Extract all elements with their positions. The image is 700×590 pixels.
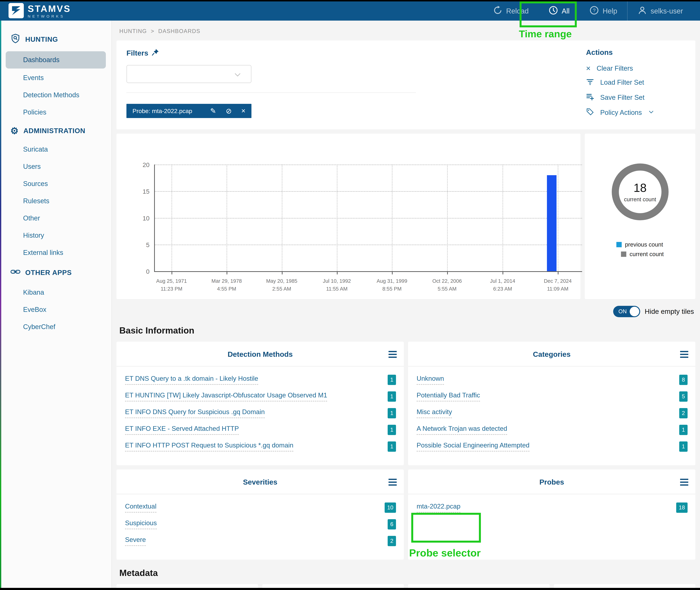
- category-link[interactable]: Unknown: [417, 375, 444, 385]
- sidebar-edge-stripe: [0, 21, 1, 590]
- probe-link[interactable]: mta-2022.pcap: [417, 503, 460, 513]
- filter-select[interactable]: [126, 65, 251, 83]
- user-menu[interactable]: selks-user: [627, 1, 693, 21]
- policy-actions-label: Policy Actions: [600, 109, 642, 116]
- card-title: Severities: [116, 478, 404, 486]
- help-label: Help: [603, 7, 617, 15]
- legend-swatch-blue: [616, 242, 622, 247]
- sidebar-section-label: OTHER APPS: [25, 269, 72, 277]
- topbar: STAMVS NETWORKS Reload All ? Help: [0, 1, 700, 21]
- x-tick-label: Jul 10, 199211:55 AM: [323, 277, 351, 293]
- menu-icon[interactable]: [388, 351, 397, 360]
- count-badge: 1: [388, 441, 396, 452]
- category-link[interactable]: Potentially Bad Traffic: [417, 392, 480, 401]
- list-plus-icon: [586, 93, 594, 102]
- brand-logo[interactable]: STAMVS NETWORKS: [8, 3, 71, 19]
- sidebar-item-history[interactable]: History: [0, 227, 111, 244]
- sidebar-section-label: ADMINISTRATION: [23, 127, 85, 135]
- stamus-logo-icon: [8, 3, 24, 19]
- actions-title: Actions: [586, 48, 678, 57]
- breadcrumb-dashboards[interactable]: DASHBOARDS: [158, 28, 200, 34]
- sidebar-item-policies[interactable]: Policies: [0, 104, 111, 121]
- count-ring: 18 current count: [612, 164, 669, 220]
- breadcrumb-separator: >: [151, 28, 154, 34]
- filters-title-label: Filters: [126, 49, 148, 57]
- y-tick-15: 15: [132, 188, 150, 195]
- tag-icon: [586, 108, 594, 117]
- severity-link[interactable]: Contextual: [125, 503, 157, 513]
- count-badge: 1: [679, 441, 688, 452]
- chevron-down-icon: [648, 108, 654, 117]
- sidebar-item-rulesets[interactable]: Rulesets: [0, 192, 111, 210]
- chart-bar-dec-7-2024[interactable]: [547, 175, 556, 271]
- timeline-chart-plot: 20 15 10 5 0 Aug 25, 197111:23 PM Mar 29…: [154, 165, 582, 272]
- sidebar-item-other[interactable]: Other: [0, 210, 111, 227]
- sidebar-item-cyberchef[interactable]: CyberChef: [0, 318, 111, 335]
- sidebar-item-sources[interactable]: Sources: [0, 175, 111, 192]
- category-link[interactable]: Misc activity: [417, 408, 452, 418]
- table-row: Potentially Bad Traffic5: [417, 391, 688, 402]
- basic-information-title: Basic Information: [119, 325, 695, 336]
- load-filter-set-button[interactable]: Load Filter Set: [586, 78, 678, 87]
- menu-icon[interactable]: [680, 479, 688, 487]
- detection-method-link[interactable]: ET INFO HTTP POST Request to Suspicious …: [125, 441, 293, 452]
- severity-link[interactable]: Severe: [125, 536, 146, 546]
- sidebar-section-hunting: HUNTING: [0, 28, 111, 51]
- table-row: Possible Social Engineering Attempted1: [417, 441, 688, 452]
- user-icon: [637, 5, 647, 17]
- negate-icon[interactable]: ⊘: [226, 107, 232, 115]
- x-tick-label: May 20, 19852:55 AM: [266, 277, 297, 293]
- pin-icon[interactable]: [152, 48, 159, 58]
- menu-icon[interactable]: [388, 479, 397, 487]
- detection-method-link[interactable]: ET DNS Query to a .tk domain - Likely Ho…: [125, 375, 258, 385]
- sidebar-item-dashboards[interactable]: Dashboards: [6, 51, 106, 69]
- policy-actions-button[interactable]: Policy Actions: [586, 108, 678, 117]
- sidebar-item-kibana[interactable]: Kibana: [0, 284, 111, 301]
- detection-method-link[interactable]: ET HUNTING [TW] Likely Javascript-Obfusc…: [125, 392, 327, 401]
- table-row: mta-2022.pcap18: [417, 502, 688, 513]
- menu-icon[interactable]: [680, 351, 688, 360]
- y-tick-0: 0: [132, 268, 150, 275]
- annotation-probe-selector-box: [411, 513, 481, 543]
- sidebar-item-evebox[interactable]: EveBox: [0, 301, 111, 318]
- sidebar: HUNTING Dashboards Events Detection Meth…: [0, 21, 112, 590]
- legend-current-count[interactable]: current count: [621, 251, 664, 258]
- breadcrumb-hunting[interactable]: HUNTING: [119, 28, 147, 34]
- annotation-time-range-box: [520, 1, 577, 27]
- table-row: Severe2: [125, 536, 396, 546]
- clear-filters-button[interactable]: × Clear Filters: [586, 65, 678, 72]
- help-icon: ?: [589, 5, 599, 17]
- card-title: Categories: [408, 350, 695, 359]
- help-button[interactable]: ? Help: [580, 1, 627, 21]
- count-badge: 5: [679, 391, 688, 402]
- legend-previous-count[interactable]: previous count: [616, 241, 664, 248]
- category-link[interactable]: Possible Social Engineering Attempted: [417, 441, 530, 452]
- brand-title: STAMVS: [28, 4, 71, 13]
- sidebar-item-external-links[interactable]: External links: [0, 244, 111, 261]
- sidebar-item-suricata[interactable]: Suricata: [0, 141, 111, 158]
- gear-icon: ⚙: [10, 126, 19, 135]
- x-tick-label: Aug 31, 19998:55 PM: [377, 277, 407, 293]
- breadcrumb: HUNTING > DASHBOARDS: [119, 28, 695, 34]
- category-link[interactable]: A Network Trojan was detected: [417, 425, 507, 435]
- edit-icon[interactable]: ✎: [210, 107, 216, 115]
- table-row: Suspicious6: [125, 519, 396, 529]
- table-row: ET INFO EXE - Served Attached HTTP1: [125, 425, 396, 435]
- save-filter-set-button[interactable]: Save Filter Set: [586, 93, 678, 102]
- severity-link[interactable]: Suspicious: [125, 519, 157, 529]
- card-title: Probes: [408, 478, 695, 486]
- hide-empty-tiles-row: ON Hide empty tiles: [116, 306, 694, 317]
- count-badge: 1: [679, 425, 688, 435]
- sidebar-item-events[interactable]: Events: [0, 69, 111, 86]
- close-icon[interactable]: ×: [241, 107, 245, 115]
- filter-chip-probe: Probe: mta-2022.pcap ✎ ⊘ ×: [126, 104, 251, 118]
- detection-method-link[interactable]: ET INFO DNS Query for Suspicious .gq Dom…: [125, 408, 265, 418]
- sidebar-item-users[interactable]: Users: [0, 158, 111, 175]
- x-tick-label: Oct 22, 20065:55 AM: [432, 277, 462, 293]
- toggle-state-label: ON: [618, 308, 627, 315]
- current-count-label: current count: [624, 196, 656, 203]
- sidebar-item-detection-methods[interactable]: Detection Methods: [0, 86, 111, 104]
- detection-method-link[interactable]: ET INFO EXE - Served Attached HTTP: [125, 425, 239, 435]
- count-badge: 6: [388, 519, 396, 529]
- hide-empty-tiles-toggle[interactable]: ON: [613, 306, 640, 317]
